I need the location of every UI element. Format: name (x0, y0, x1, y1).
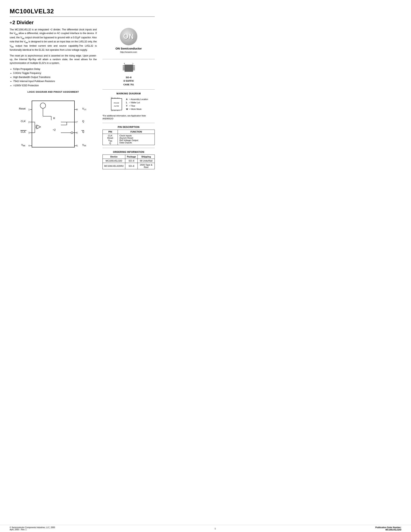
svg-rect-30 (123, 68, 125, 69)
features-list: 510ps Propagation Delay 3.0GHz Toggle Fr… (10, 67, 97, 88)
feature-item: High Bandwidth Output Transitions (10, 75, 97, 79)
order-row-1: MC100LVEL32D SO–8 98 Units/Rail (103, 159, 155, 163)
pin8-num: 8 (76, 108, 78, 111)
feature-item: 3.0GHz Toggle Frequency (10, 71, 97, 75)
package-suffix: D SUFFIX (123, 79, 134, 83)
svg-point-11 (40, 103, 46, 108)
order-device-2: MC100LVEL32DR2 (103, 163, 125, 169)
svg-rect-0 (32, 101, 75, 147)
package-name: SO–8 (123, 76, 134, 79)
description-para1: The MC100LVEL32 is an integrated ÷2 divi… (10, 28, 97, 52)
svg-point-13 (35, 126, 37, 128)
feature-item: 510ps Propagation Delay (10, 67, 97, 71)
vbb-label: VBB (21, 143, 25, 147)
pin5-num: 5 (76, 144, 78, 147)
page-header: MC100LVEL32 ÷2 Divider (10, 8, 155, 26)
ordering-title: ORDERING INFORMATION (103, 151, 155, 153)
subtitle-text: 2 Divider (12, 19, 34, 25)
pin7-num: 7 (76, 121, 78, 123)
svg-point-14 (71, 132, 73, 134)
pin1-num: 1 (28, 108, 30, 111)
marking-svg: 8 1 KVL32 ALYW (109, 96, 124, 112)
svg-rect-32 (133, 65, 135, 66)
legend-item-a: A = Assembly Location (126, 98, 148, 101)
vee-label: VEE (82, 143, 86, 147)
package-svg: 8 1 (121, 62, 136, 75)
q-label: Q (82, 120, 84, 123)
order-package-1: SO–8 (125, 159, 138, 163)
app-note: *For additional information, see Applica… (103, 114, 155, 120)
order-device-header: Device (103, 155, 125, 159)
chip-subtitle: ÷2 Divider (10, 19, 155, 26)
diagram-section: LOGIC DIAGRAM AND PINOUT ASSIGNMENT Rese… (10, 91, 97, 153)
svg-rect-27 (125, 65, 133, 72)
reset-label: Reset (19, 107, 26, 110)
svg-text:1: 1 (111, 110, 112, 111)
marking-legend: A = Assembly Location L = Wafer Lot Y = … (126, 98, 148, 111)
marking-diagram-title: MARKING DIAGRAM (103, 92, 155, 95)
order-shipping-header: Shipping (138, 155, 155, 159)
svg-rect-31 (123, 69, 125, 70)
pin-description-section: PIN DESCRIPTION PIN FUNCTION CLKResetVBB… (103, 126, 155, 145)
svg-text:8: 8 (124, 63, 125, 65)
left-column: The MC100LVEL32 is an integrated ÷2 divi… (10, 28, 97, 153)
pin2-num: 2 (28, 121, 30, 123)
pin-description-table: PIN FUNCTION CLKResetVBBQ Clock InputsAs… (103, 130, 155, 145)
order-row-2: MC100LVEL32DR2 SO–8 2500 Tape & Reel (103, 163, 155, 169)
description-para2: The reset pin is asynchronous and is ass… (10, 54, 97, 65)
divide-label: ÷2 (53, 128, 56, 131)
diagram-container: Reset 1 CLK 2 CLK 3 VBB 4 (10, 95, 97, 153)
chip-title: MC100LVEL32 (10, 8, 155, 15)
legend-item-l: L = Wafer Lot (126, 101, 148, 104)
package-case: CASE 751 (123, 83, 134, 86)
q-bar-label: Q̄ (82, 130, 84, 133)
pin4-num: 4 (28, 144, 30, 147)
pin-name-clk: CLKResetVBBQ (103, 134, 118, 145)
diagram-title: LOGIC DIAGRAM AND PINOUT ASSIGNMENT (10, 91, 97, 93)
on-url: http://onsemi.com (120, 51, 137, 53)
pin-col-header: PIN (103, 130, 118, 134)
right-divider-4 (103, 148, 155, 148)
pin-description-title: PIN DESCRIPTION (103, 126, 155, 128)
pin-row-clk: CLKResetVBBQ Clock InputsAsynch ResetRef… (103, 134, 155, 145)
right-divider-2 (103, 89, 155, 90)
r-label: R (53, 117, 55, 120)
on-logo-text: ON (123, 32, 134, 41)
order-shipping-1: 98 Units/Rail (138, 159, 155, 163)
package-container: 8 1 SO–8 D SUFFIX CASE 751 (103, 62, 155, 86)
svg-rect-34 (133, 68, 135, 69)
svg-rect-29 (123, 67, 125, 67)
feature-item: >1000V ESD Protection (10, 84, 97, 88)
vcc-label: VCC (82, 107, 86, 110)
ordering-section: ORDERING INFORMATION Device Package Ship… (103, 151, 155, 169)
svg-marker-12 (37, 125, 41, 129)
legend-item-w: W = Work Week (126, 108, 148, 111)
clk-bar-label: CLK (21, 130, 26, 133)
right-divider-1 (103, 59, 155, 59)
right-column: ON ON Semiconductor http://onsemi.com (103, 28, 155, 172)
function-col-header: FUNCTION (118, 130, 155, 134)
svg-rect-33 (133, 67, 135, 67)
feature-item: 75kΩ Internal Input Pulldown Resistors (10, 79, 97, 83)
header-divider (10, 17, 155, 17)
logic-diagram-svg: Reset 1 CLK 2 CLK 3 VBB 4 (17, 95, 90, 153)
legend-item-y: Y = Year (126, 104, 148, 108)
marking-diagram-section: MARKING DIAGRAM (103, 92, 155, 120)
svg-text:KVL32: KVL32 (114, 102, 119, 104)
clk-label: CLK (21, 120, 26, 123)
order-package-2: SO–8 (125, 163, 138, 169)
order-shipping-2: 2500 Tape & Reel (138, 163, 155, 169)
svg-rect-35 (133, 69, 135, 70)
svg-text:ALYW: ALYW (114, 105, 119, 107)
order-device-1: MC100LVEL32D (103, 159, 125, 163)
svg-text:1: 1 (132, 63, 133, 65)
divide-symbol: ÷ (10, 20, 12, 25)
main-layout: The MC100LVEL32 is an integrated ÷2 divi… (10, 28, 155, 172)
on-logo: ON (120, 28, 137, 45)
order-package-header: Package (125, 155, 138, 159)
pin3-num: 3 (28, 132, 30, 134)
marking-container: 8 1 KVL32 ALYW A = Assembly Location L =… (103, 96, 155, 112)
svg-rect-38 (111, 98, 122, 110)
svg-rect-28 (123, 65, 125, 66)
right-divider-3 (103, 123, 155, 123)
